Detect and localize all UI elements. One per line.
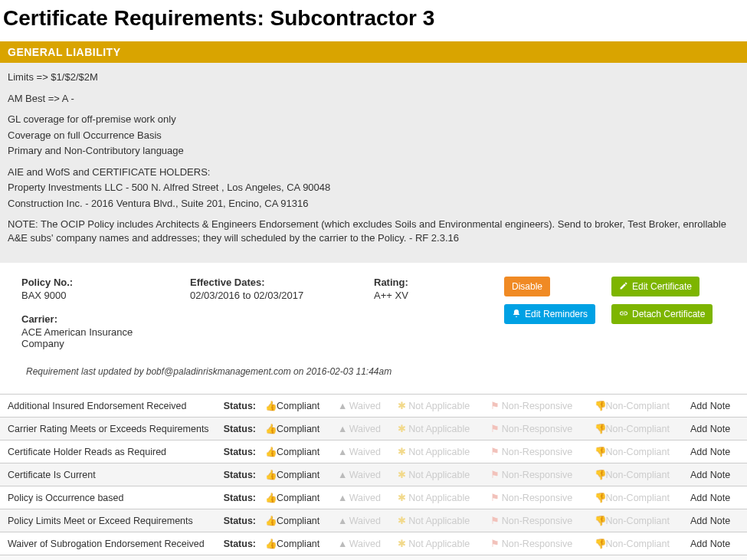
effective-dates-value: 02/03/2016 to 02/03/2017 <box>190 290 359 301</box>
table-row: Carrier Rating Meets or Exceeds Requirem… <box>0 418 747 440</box>
add-note-link[interactable]: Add Note <box>686 418 747 440</box>
bell-icon <box>512 309 521 319</box>
star-icon: ✱ <box>397 538 407 549</box>
status-waived[interactable]: ▲Waived <box>333 418 393 440</box>
note-line: NOTE: The OCIP Policy includes Architect… <box>8 218 739 244</box>
requirement-name: Carrier Rating Meets or Exceeds Requirem… <box>0 418 215 440</box>
thumb-up-icon: 👍 <box>265 423 275 434</box>
policy-no-value: BAX 9000 <box>21 290 175 301</box>
status-not-applicable[interactable]: ✱Not Applicable <box>392 440 486 463</box>
status-non-responsive[interactable]: ⚑Non-Responsive <box>486 532 590 555</box>
edit-certificate-button[interactable]: Edit Certificate <box>611 277 699 296</box>
status-non-responsive[interactable]: ⚑Non-Responsive <box>486 440 590 463</box>
status-waived[interactable]: ▲Waived <box>333 440 393 463</box>
warning-icon: ▲ <box>338 539 348 549</box>
star-icon: ✱ <box>397 400 407 411</box>
thumb-down-icon: 👎 <box>595 400 604 411</box>
carrier-value: ACE American Insurance Company <box>21 326 175 349</box>
status-compliant[interactable]: 👍Compliant <box>260 463 333 486</box>
table-row: Additional Insured Endorsement ReceivedS… <box>0 395 747 418</box>
status-non-responsive[interactable]: ⚑Non-Responsive <box>486 486 590 509</box>
status-non-compliant[interactable]: 👎Non-Compliant <box>590 532 686 555</box>
status-not-applicable[interactable]: ✱Not Applicable <box>392 486 486 509</box>
status-waived[interactable]: ▲Waived <box>333 509 393 532</box>
detach-certificate-button[interactable]: Detach Certificate <box>611 304 713 324</box>
status-non-responsive[interactable]: ⚑Non-Responsive <box>486 395 590 418</box>
holders-line: Property Investments LLC - 500 N. Alfred… <box>8 181 739 195</box>
status-label: Status: <box>215 509 260 532</box>
add-note-link[interactable]: Add Note <box>686 440 747 463</box>
status-waived[interactable]: ▲Waived <box>333 532 393 555</box>
status-not-applicable[interactable]: ✱Not Applicable <box>392 532 486 555</box>
edit-reminders-button[interactable]: Edit Reminders <box>504 304 595 324</box>
status-non-compliant[interactable]: 👎Non-Compliant <box>590 486 686 509</box>
status-non-responsive[interactable]: ⚑Non-Responsive <box>486 463 590 486</box>
status-compliant[interactable]: 👍Compliant <box>260 486 333 509</box>
requirement-name: Certificate Holder Reads as Required <box>0 440 215 463</box>
carrier-label: Carrier: <box>21 313 175 325</box>
status-waived[interactable]: ▲Waived <box>333 463 393 486</box>
add-note-link[interactable]: Add Note <box>686 509 747 532</box>
star-icon: ✱ <box>397 423 407 434</box>
status-non-compliant[interactable]: 👎Non-Compliant <box>590 418 686 440</box>
coverage-line: Coverage on full Occurrence Basis <box>8 129 739 142</box>
flag-icon: ⚑ <box>490 469 500 480</box>
table-row: Certificate Is CurrentStatus:👍Compliant▲… <box>0 463 747 486</box>
flag-icon: ⚑ <box>490 400 500 411</box>
disable-button[interactable]: Disable <box>504 277 550 296</box>
status-not-applicable[interactable]: ✱Not Applicable <box>392 395 486 418</box>
warning-icon: ▲ <box>338 493 348 503</box>
requirement-name: Waiver of Subrogation Endorsement Receiv… <box>0 532 215 555</box>
status-compliant[interactable]: 👍Compliant <box>260 532 333 555</box>
status-label: Status: <box>215 395 260 418</box>
add-note-link[interactable]: Add Note <box>686 395 747 418</box>
status-non-compliant[interactable]: 👎Non-Compliant <box>590 440 686 463</box>
status-waived[interactable]: ▲Waived <box>333 486 393 509</box>
status-non-responsive[interactable]: ⚑Non-Responsive <box>486 418 590 440</box>
pencil-icon <box>619 281 628 292</box>
table-row: Waiver of Subrogation Endorsement Receiv… <box>0 532 747 555</box>
thumb-up-icon: 👍 <box>265 400 275 411</box>
thumb-down-icon: 👎 <box>595 538 604 549</box>
star-icon: ✱ <box>397 492 407 503</box>
thumb-up-icon: 👍 <box>265 492 275 503</box>
last-updated-line: Requirement last updated by bobf@paladin… <box>26 366 726 377</box>
add-note-link[interactable]: Add Note <box>686 532 747 555</box>
warning-icon: ▲ <box>338 424 348 434</box>
status-not-applicable[interactable]: ✱Not Applicable <box>392 463 486 486</box>
status-not-applicable[interactable]: ✱Not Applicable <box>392 509 486 532</box>
warning-icon: ▲ <box>338 401 348 411</box>
thumb-up-icon: 👍 <box>265 469 275 480</box>
status-waived[interactable]: ▲Waived <box>333 395 393 418</box>
add-note-link[interactable]: Add Note <box>686 463 747 486</box>
requirements-text-panel: Limits => $1/$2/$2M AM Best => A - GL co… <box>0 63 747 263</box>
status-non-compliant[interactable]: 👎Non-Compliant <box>590 463 686 486</box>
status-compliant[interactable]: 👍Compliant <box>260 509 333 532</box>
limits-line: Limits => $1/$2/$2M <box>8 70 739 84</box>
status-compliant[interactable]: 👍Compliant <box>260 418 333 440</box>
table-row: Certificate Holder Reads as RequiredStat… <box>0 440 747 463</box>
rating-value: A++ XV <box>374 290 489 301</box>
policy-no-label: Policy No.: <box>21 277 175 288</box>
thumb-down-icon: 👎 <box>595 515 604 526</box>
status-non-responsive[interactable]: ⚑Non-Responsive <box>486 509 590 532</box>
coverage-line: GL coverage for off-premise work only <box>8 113 739 126</box>
status-not-applicable[interactable]: ✱Not Applicable <box>392 418 486 440</box>
warning-icon: ▲ <box>338 470 348 480</box>
detach-icon <box>619 309 628 319</box>
status-label: Status: <box>215 418 260 440</box>
status-compliant[interactable]: 👍Compliant <box>260 395 333 418</box>
am-best-line: AM Best => A - <box>8 92 739 106</box>
thumb-up-icon: 👍 <box>265 538 275 549</box>
add-note-link[interactable]: Add Note <box>686 486 747 509</box>
thumb-up-icon: 👍 <box>265 446 275 457</box>
status-non-compliant[interactable]: 👎Non-Compliant <box>590 395 686 418</box>
section-header-general-liability: GENERAL LIABILITY <box>0 41 747 63</box>
status-label: Status: <box>215 532 260 555</box>
holders-line: Construction Inc. - 2016 Ventura Blvd., … <box>8 197 739 211</box>
status-non-compliant[interactable]: 👎Non-Compliant <box>590 509 686 532</box>
holders-line: AIE and WofS and CERTIFICATE HOLDERS: <box>8 165 739 179</box>
status-compliant[interactable]: 👍Compliant <box>260 440 333 463</box>
requirements-table: Additional Insured Endorsement ReceivedS… <box>0 394 747 555</box>
flag-icon: ⚑ <box>490 446 500 457</box>
